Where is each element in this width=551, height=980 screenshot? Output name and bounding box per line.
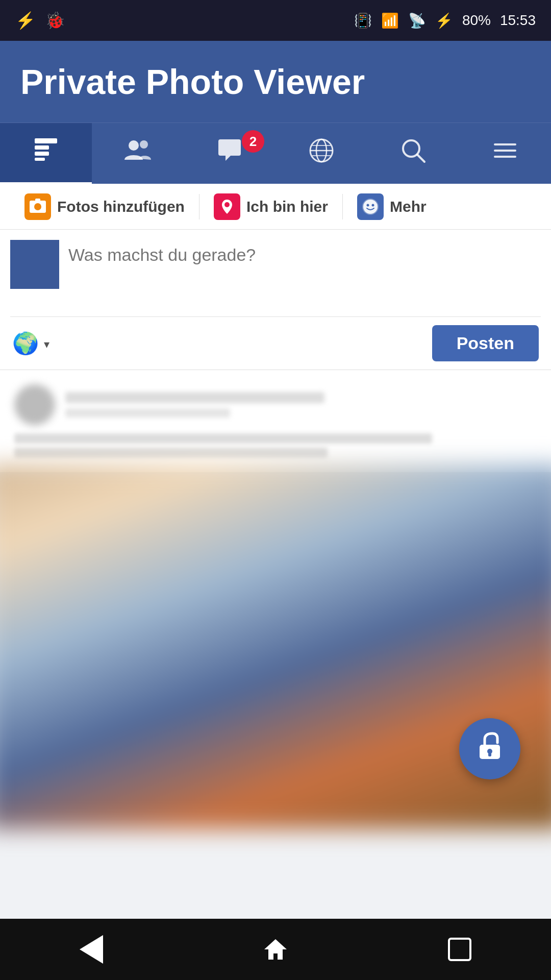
nav-item-messages[interactable]: 2 bbox=[184, 123, 276, 184]
compose-text-input[interactable] bbox=[68, 240, 541, 306]
recents-square-icon bbox=[448, 938, 471, 961]
svg-rect-2 bbox=[35, 152, 49, 156]
svg-line-12 bbox=[417, 155, 424, 162]
nav-item-friends[interactable] bbox=[92, 123, 184, 184]
newsfeed-icon bbox=[33, 136, 59, 169]
signal-icon: 📡 bbox=[408, 12, 426, 29]
status-right-icons: 📳 📶 📡 ⚡ 80% 15:53 bbox=[354, 12, 536, 29]
compose-actions-bar: Fotos hinzufügen Ich bin hier bbox=[0, 184, 551, 230]
time-display: 15:53 bbox=[500, 12, 536, 29]
back-triangle-icon bbox=[80, 935, 103, 964]
friends-icon bbox=[123, 137, 152, 170]
battery-percent: 80% bbox=[462, 12, 491, 29]
vibrate-icon: 📳 bbox=[354, 12, 372, 29]
globe-nav-icon bbox=[308, 137, 335, 170]
search-nav-icon bbox=[400, 137, 427, 170]
svg-point-17 bbox=[34, 203, 41, 210]
privacy-selector[interactable]: 🌍 ▾ bbox=[12, 331, 49, 356]
lightning-icon: ⚡ bbox=[435, 12, 453, 29]
svg-rect-3 bbox=[35, 158, 45, 161]
recents-button[interactable] bbox=[448, 938, 471, 961]
status-left-icons: ⚡ 🐞 bbox=[15, 11, 65, 30]
blurred-time bbox=[65, 408, 230, 418]
back-button[interactable] bbox=[80, 935, 103, 964]
bottom-navigation bbox=[0, 919, 551, 980]
add-photos-button[interactable]: Fotos hinzufügen bbox=[10, 193, 199, 220]
svg-rect-26 bbox=[488, 753, 491, 756]
compose-input-row bbox=[0, 230, 551, 316]
blurred-name bbox=[65, 392, 324, 403]
location-action-icon bbox=[214, 193, 240, 220]
app-title: Private Photo Viewer bbox=[20, 62, 365, 102]
feed-area bbox=[0, 370, 551, 820]
status-bar: ⚡ 🐞 📳 📶 📡 ⚡ 80% 15:53 bbox=[0, 0, 551, 41]
svg-rect-18 bbox=[35, 199, 40, 202]
bug-icon: 🐞 bbox=[45, 11, 65, 30]
check-in-label: Ich bin hier bbox=[246, 198, 328, 215]
more-label: Mehr bbox=[390, 198, 427, 215]
svg-point-21 bbox=[363, 200, 378, 214]
app-header: Private Photo Viewer bbox=[0, 41, 551, 122]
blurred-feed-image bbox=[0, 464, 551, 829]
svg-point-19 bbox=[224, 202, 230, 207]
wifi-icon: 📶 bbox=[381, 12, 399, 29]
more-button[interactable]: Mehr bbox=[343, 193, 441, 220]
post-button[interactable]: Posten bbox=[432, 325, 539, 361]
svg-rect-1 bbox=[35, 145, 49, 150]
more-action-icon bbox=[357, 193, 384, 220]
add-photos-label: Fotos hinzufügen bbox=[57, 198, 185, 215]
blurred-post bbox=[0, 370, 551, 472]
blurred-avatar bbox=[14, 384, 55, 425]
compose-area: Fotos hinzufügen Ich bin hier bbox=[0, 184, 551, 370]
svg-point-5 bbox=[140, 140, 148, 149]
privacy-dropdown-arrow: ▾ bbox=[44, 338, 49, 351]
blurred-text-1 bbox=[14, 433, 432, 444]
nav-item-search[interactable] bbox=[367, 123, 459, 184]
nav-item-menu[interactable] bbox=[459, 123, 551, 184]
svg-point-22 bbox=[366, 204, 369, 206]
photo-action-icon bbox=[24, 193, 51, 220]
svg-rect-0 bbox=[35, 138, 57, 143]
navigation-bar: 2 bbox=[0, 122, 551, 184]
svg-point-23 bbox=[371, 204, 374, 206]
user-avatar bbox=[10, 240, 59, 289]
usb-icon: ⚡ bbox=[15, 11, 36, 30]
hamburger-icon bbox=[492, 137, 518, 170]
nav-item-globe[interactable] bbox=[276, 123, 367, 184]
svg-point-4 bbox=[129, 140, 139, 151]
messages-badge: 2 bbox=[242, 130, 264, 153]
battery-indicator: 80% bbox=[462, 12, 491, 29]
unlock-fab-button[interactable] bbox=[459, 718, 520, 779]
home-button[interactable] bbox=[262, 936, 289, 963]
compose-bottom-bar: 🌍 ▾ Posten bbox=[0, 317, 551, 370]
privacy-globe-icon: 🌍 bbox=[12, 331, 39, 356]
messages-icon bbox=[216, 137, 243, 170]
check-in-button[interactable]: Ich bin hier bbox=[199, 193, 342, 220]
nav-item-newsfeed[interactable] bbox=[0, 123, 92, 184]
blurred-post-info bbox=[65, 392, 537, 418]
unlock-icon bbox=[474, 730, 505, 767]
blurred-text-2 bbox=[14, 448, 328, 458]
